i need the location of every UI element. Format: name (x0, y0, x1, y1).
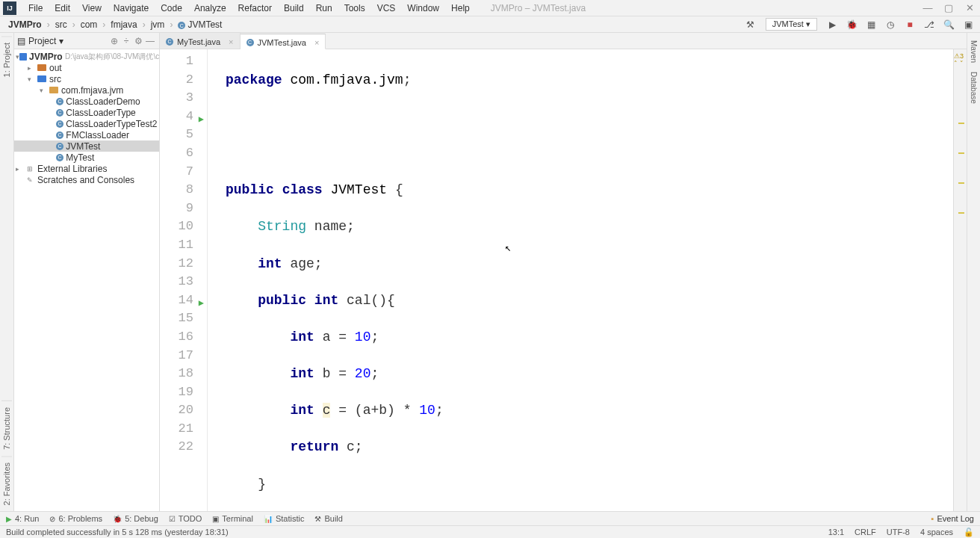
favorites-tool-tab[interactable]: 2: Favorites (1, 456, 12, 511)
project-view-icon: ▤ (17, 36, 25, 46)
indent-info[interactable]: 4 spaces (920, 528, 953, 537)
statistic-tool[interactable]: 📊Statistic (264, 514, 305, 523)
settings-icon[interactable]: ▣ (961, 18, 976, 31)
editor-tabs: CMyTest.java× CJVMTest.java× (160, 33, 967, 49)
breadcrumb-class[interactable]: CJVMTest (174, 19, 226, 30)
todo-tool[interactable]: ☑TODO (169, 514, 202, 523)
app-logo: IJ (3, 1, 16, 15)
menu-code[interactable]: Code (155, 1, 188, 15)
maximize-icon[interactable]: ▢ (938, 2, 959, 13)
tree-class[interactable]: C ClassLoaderTypeTest2 (14, 118, 159, 129)
terminal-tool[interactable]: ▣Terminal (212, 514, 253, 523)
tree-external-libs[interactable]: ▸⊞External Libraries (14, 163, 159, 174)
coverage-button[interactable]: ▦ (863, 18, 878, 31)
debug-button[interactable]: 🐞 (844, 18, 859, 31)
inspection-badge[interactable]: ⚠3 ˄ ˅ (954, 52, 965, 67)
line-number-gutter[interactable]: 123 4▶ 567 8910 111213 14▶ 151617 181920… (160, 49, 208, 511)
menu-run[interactable]: Run (310, 1, 338, 15)
run-config-dropdown[interactable]: JVMTest ▾ (766, 18, 817, 31)
status-bar: Build completed successfully in 5 s 128 … (0, 525, 980, 538)
profile-button[interactable]: ◷ (883, 18, 898, 31)
collapse-all-icon[interactable]: ÷ (120, 36, 132, 46)
tab-jvmtest[interactable]: CJVMTest.java× (241, 34, 326, 49)
minimize-icon[interactable]: — (917, 2, 938, 13)
line-separator[interactable]: CRLF (855, 528, 876, 537)
tree-root[interactable]: ▾JVMPro D:\java架构师\08-JVM调优\code\ (14, 51, 159, 62)
structure-tool-tab[interactable]: 7: Structure (1, 401, 12, 456)
readonly-icon[interactable]: 🔓 (964, 528, 974, 537)
tree-class[interactable]: C FMClassLoader (14, 129, 159, 140)
left-tool-rail: 1: Project 7: Structure 2: Favorites (0, 33, 14, 511)
tree-class-selected[interactable]: C JVMTest (14, 140, 159, 152)
stop-button[interactable]: ■ (902, 18, 917, 31)
hide-panel-icon[interactable]: — (144, 36, 156, 46)
search-everywhere-icon[interactable]: 🔍 (941, 18, 956, 31)
run-gutter-icon[interactable]: ▶ (199, 294, 204, 313)
run-button[interactable]: ▶ (825, 18, 840, 31)
menu-build[interactable]: Build (278, 1, 310, 15)
run-tool[interactable]: ▶4: Run (6, 514, 39, 523)
menu-edit[interactable]: Edit (49, 1, 76, 15)
menu-tools[interactable]: Tools (338, 1, 371, 15)
right-tool-rail: Maven Database (967, 33, 980, 511)
tree-src[interactable]: ▾src (14, 73, 159, 84)
tree-class[interactable]: C ClassLoaderType (14, 107, 159, 118)
locate-icon[interactable]: ⊕ (108, 36, 120, 46)
event-log[interactable]: ▪Event Log (931, 514, 974, 523)
problems-tool[interactable]: ⊘6: Problems (49, 514, 102, 523)
breadcrumb-jvm[interactable]: jvm (147, 19, 169, 30)
build-tool[interactable]: ⚒Build (314, 514, 342, 523)
code-editor[interactable]: package com.fmjava.jvm; public class JVM… (208, 49, 953, 511)
maven-tool-tab[interactable]: Maven (969, 36, 979, 67)
status-message: Build completed successfully in 5 s 128 … (6, 528, 229, 537)
build-hammer-icon[interactable]: ⚒ (743, 18, 758, 31)
project-tree[interactable]: ▾JVMPro D:\java架构师\08-JVM调优\code\ ▸out ▾… (14, 49, 159, 511)
close-icon[interactable]: ✕ (959, 2, 980, 13)
breadcrumb-project[interactable]: JVMPro (4, 19, 46, 30)
menu-vcs[interactable]: VCS (371, 1, 402, 15)
tree-package[interactable]: ▾com.fmjava.jvm (14, 84, 159, 96)
tree-class[interactable]: C ClassLoaderDemo (14, 96, 159, 107)
breadcrumb-com[interactable]: com (77, 19, 102, 30)
project-tool-tab[interactable]: 1: Project (1, 36, 12, 83)
caret-position[interactable]: 13:1 (828, 528, 844, 537)
editor-area: CMyTest.java× CJVMTest.java× 123 4▶ 567 … (160, 33, 967, 511)
menu-analyze[interactable]: Analyze (188, 1, 232, 15)
menubar: IJ File Edit View Navigate Code Analyze … (0, 0, 980, 16)
menu-window[interactable]: Window (401, 1, 445, 15)
menu-refactor[interactable]: Refactor (232, 1, 278, 15)
breadcrumb-src[interactable]: src (52, 19, 71, 30)
error-stripe[interactable]: ⚠3 ˄ ˅ (953, 49, 967, 511)
navigation-bar: JVMPro › src › com › fmjava › jvm › CJVM… (0, 16, 980, 33)
project-panel: ▤ Project ▾ ⊕ ÷ ⚙ — ▾JVMPro D:\java架构师\0… (14, 33, 160, 511)
database-tool-tab[interactable]: Database (969, 67, 979, 108)
debug-tool[interactable]: 🐞5: Debug (113, 514, 158, 523)
run-gutter-icon[interactable]: ▶ (199, 111, 204, 129)
window-title: JVMPro – JVMTest.java (491, 3, 586, 13)
menu-file[interactable]: File (22, 1, 49, 15)
close-tab-icon[interactable]: × (229, 37, 233, 46)
menu-view[interactable]: View (76, 1, 108, 15)
breadcrumb-fmjava[interactable]: fmjava (107, 19, 140, 30)
bottom-tool-rail: ▶4: Run ⊘6: Problems 🐞5: Debug ☑TODO ▣Te… (0, 511, 980, 525)
tree-out[interactable]: ▸out (14, 62, 159, 73)
project-panel-title[interactable]: Project ▾ (25, 36, 108, 46)
git-button[interactable]: ⎇ (922, 18, 937, 31)
tab-mytest[interactable]: CMyTest.java× (160, 33, 241, 49)
menu-help[interactable]: Help (445, 1, 476, 15)
tree-class[interactable]: C MyTest (14, 152, 159, 163)
menu-navigate[interactable]: Navigate (108, 1, 155, 15)
tree-scratches[interactable]: ✎Scratches and Consoles (14, 174, 159, 185)
file-encoding[interactable]: UTF-8 (887, 528, 910, 537)
close-tab-icon[interactable]: × (314, 38, 319, 47)
panel-settings-icon[interactable]: ⚙ (132, 36, 144, 46)
